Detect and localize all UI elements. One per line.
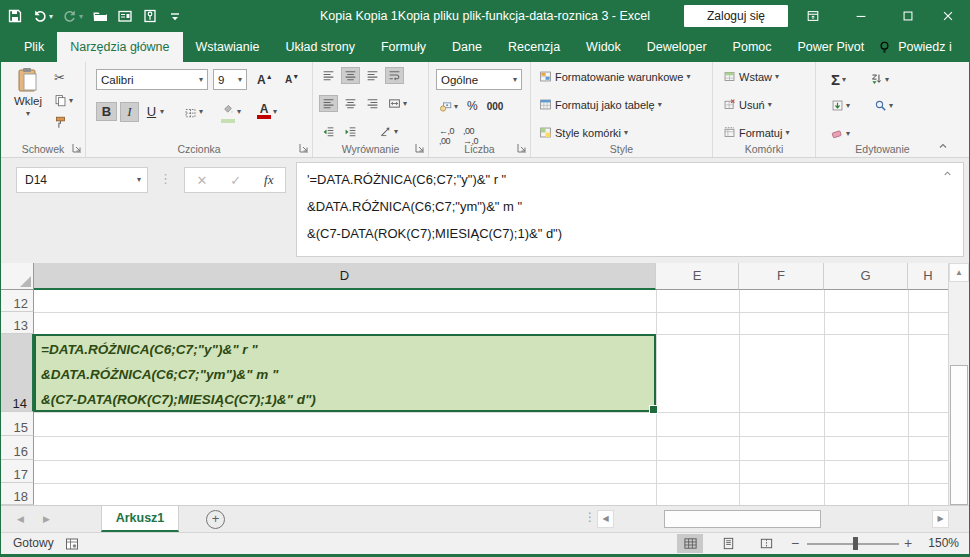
view-normal-button[interactable] [677,534,703,553]
confirm-entry-button[interactable]: ✓ [230,173,241,188]
name-box[interactable]: D14 ▾ [16,167,148,193]
name-box-dropdown-icon[interactable]: ▾ [137,168,141,192]
zoom-level[interactable]: 150% [928,533,959,554]
align-middle-button[interactable] [341,67,360,84]
insert-function-button[interactable]: fx [264,172,273,188]
save-button[interactable] [7,8,23,24]
comma-style-button[interactable]: 000 [484,99,507,114]
collapse-ribbon-button[interactable] [937,140,949,152]
decrease-font-button[interactable]: A▼ [282,70,302,87]
undo-button[interactable]: ▾ [32,8,53,24]
active-cell-d14[interactable]: =DATA.RÓŻNICA(C6;C7;"y")&" r "&DATA.RÓŻN… [34,334,656,412]
tell-me-box[interactable]: Powiedz i [898,40,952,54]
sheet-tab-arkusz1[interactable]: Arkusz1 [101,506,179,532]
zoom-out-button[interactable]: − [791,533,799,553]
align-top-button[interactable] [319,67,338,84]
scroll-right-icon[interactable]: ▶ [932,510,949,528]
font-color-button[interactable]: A▾ [254,102,280,121]
font-dialog-launcher[interactable] [299,143,309,153]
format-cells-button[interactable]: Formatuj▾ [723,126,789,139]
close-button[interactable] [931,0,965,32]
tab-page-layout[interactable]: Układ strony [272,32,367,62]
clear-button[interactable]: ▾ [828,125,853,142]
minimize-button[interactable] [844,0,878,32]
delete-cells-button[interactable]: Usuń▾ [723,98,772,111]
sheet-nav-next-icon[interactable]: ▶ [43,506,50,532]
view-page-layout-button[interactable] [715,534,741,553]
macro-record-icon[interactable] [65,537,79,551]
wrap-text-button[interactable] [385,67,404,84]
column-header-g[interactable]: G [824,263,908,290]
paste-button[interactable]: Wklej ▾ [9,67,47,133]
row-header-14[interactable]: 14 [1,334,34,412]
collapse-formula-bar-button[interactable] [942,168,953,179]
font-size-combo[interactable]: 9▾ [213,69,247,90]
ribbon-display-options-button[interactable] [796,0,830,32]
clipboard-dialog-launcher[interactable] [72,143,82,153]
decrease-indent-button[interactable] [319,123,338,140]
scroll-up-icon[interactable]: ▲ [949,263,969,282]
sign-in-button[interactable]: Zaloguj się [684,5,788,27]
insert-cells-button[interactable]: Wstaw▾ [723,70,779,83]
new-sheet-button[interactable]: + [206,510,225,529]
zoom-in-button[interactable]: + [904,533,912,553]
redo-button[interactable]: ▾ [62,8,83,24]
vertical-scrollbar[interactable]: ▲ [948,263,969,505]
copy-button[interactable]: ▾ [51,92,76,109]
undo-dropdown-icon[interactable]: ▾ [49,12,53,21]
increase-indent-button[interactable] [341,123,360,140]
format-as-table-button[interactable]: Formatuj jako tabelę▾ [539,98,662,111]
row-header-13[interactable]: 13 [1,312,34,334]
select-all-corner[interactable] [1,263,34,290]
align-right-button[interactable] [363,95,382,112]
fill-handle[interactable] [649,405,658,414]
tab-data[interactable]: Dane [439,32,495,62]
redo-dropdown-icon[interactable]: ▾ [79,12,83,21]
column-header-f[interactable]: F [739,263,824,290]
accounting-format-button[interactable]: ▾ [436,98,461,115]
form-button[interactable] [117,8,133,24]
formula-input[interactable]: '=DATA.RÓŻNICA(C6;C7;"y")&" r "&DATA.RÓŻ… [296,162,964,257]
merge-center-button[interactable]: ▾ [385,95,410,112]
tab-power-pivot[interactable]: Power Pivot [785,32,878,62]
scroll-left-icon[interactable]: ◀ [597,510,614,528]
sort-filter-button[interactable]: ▾ [867,71,892,88]
tab-file[interactable]: Plik [11,32,57,62]
tab-view[interactable]: Widok [573,32,634,62]
conditional-formatting-button[interactable]: Formatowanie warunkowe▾ [539,70,690,83]
borders-button[interactable]: ▾ [181,103,206,120]
align-center-button[interactable] [341,95,360,112]
maximize-button[interactable] [891,0,925,32]
tab-help[interactable]: Pomoc [720,32,785,62]
row-header-15[interactable]: 15 [1,412,34,436]
alignment-dialog-launcher[interactable] [415,143,425,153]
cell-styles-button[interactable]: Style komórki▾ [539,126,628,139]
fill-color-button[interactable]: ▾ [218,98,244,125]
attachment-button[interactable] [142,8,158,24]
column-header-d[interactable]: D [34,263,656,290]
row-header-16[interactable]: 16 [1,436,34,460]
underline-button[interactable]: U▾ [142,102,167,121]
horizontal-scroll-thumb[interactable] [664,510,821,528]
view-page-break-button[interactable] [753,534,779,553]
sheet-nav-prev-icon[interactable]: ◀ [17,506,24,532]
bold-button[interactable]: B [96,102,117,121]
tab-insert[interactable]: Wstawianie [183,32,273,62]
customize-qat-button[interactable] [167,8,183,24]
font-name-combo[interactable]: Calibri▾ [96,69,208,90]
fill-button[interactable]: ▾ [828,97,853,114]
autosum-button[interactable]: Σ▾ [828,69,849,90]
formula-bar-splitter[interactable]: ⋮ [159,171,170,186]
number-format-combo[interactable]: Ogólne▾ [436,69,522,90]
tab-review[interactable]: Recenzja [495,32,573,62]
row-header-17[interactable]: 17 [1,460,34,483]
increase-font-button[interactable]: A▲ [254,70,276,87]
percent-style-button[interactable]: % [464,97,481,115]
italic-button[interactable]: I [120,102,139,122]
row-header-18[interactable]: 18 [1,483,34,505]
cancel-entry-button[interactable]: ✕ [196,173,207,188]
row-header-12[interactable]: 12 [1,290,34,312]
cut-button[interactable]: ✂ [51,68,76,87]
align-left-button[interactable] [319,95,338,112]
align-bottom-button[interactable] [363,67,382,84]
